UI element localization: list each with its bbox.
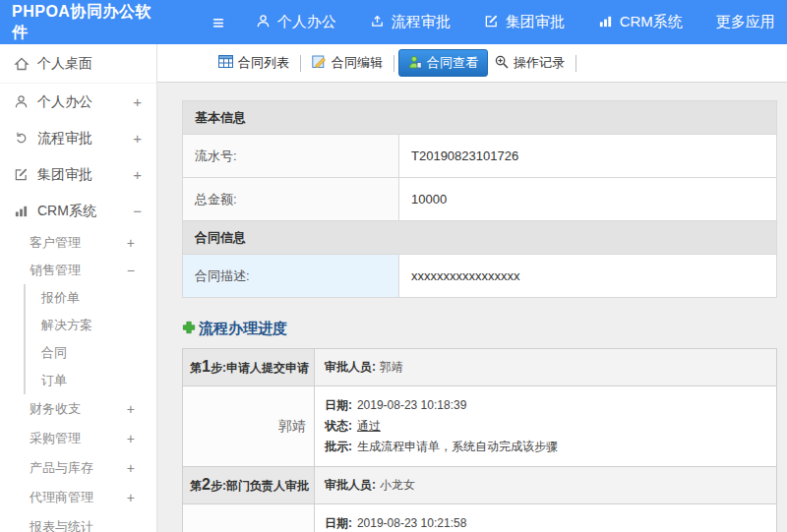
user-icon [256,14,271,31]
step-label: 第2步:部门负责人审批 [183,467,315,504]
step-header-row: 第2步:部门负责人审批 审批人员:小龙女 [183,467,777,504]
date-line: 日期:2019-08-23 10:21:58 [325,515,766,532]
edit-square-icon [14,167,37,182]
approver-cell: 审批人员:小龙女 [314,467,776,504]
handler-name: 小龙女 [183,504,315,532]
content-area: 基本信息 流水号: T20190823101726 总金额: 10000 合同信… [157,83,787,532]
sidebar-item-order[interactable]: 订单 [26,367,156,394]
topnav-crm[interactable]: CRM系统 [598,13,683,31]
person-view-icon [408,55,422,72]
tab-bar: 合同列表 合同编辑 合同查看 操作记录 [157,44,787,83]
field-value-serial-number: T20190823101726 [399,135,777,178]
process-steps-table: 第1步:申请人提交申请 审批人员:郭靖 郭靖 日期:2019-08-23 10:… [182,348,777,532]
remark-line: 批示:生成流程申请单，系统自动完成该步骤 [325,439,766,455]
approver-name: 小龙女 [380,478,415,492]
section-header-basic-info: 基本信息 [183,101,777,135]
topnav-group-approval[interactable]: 集团审批 [484,13,565,31]
sidebar-item-workflow-approval[interactable]: 流程审批 + [0,120,156,156]
contract-info-table: 基本信息 流水号: T20190823101726 总金额: 10000 合同信… [182,100,777,298]
table-row: 合同描述: xxxxxxxxxxxxxxxxx [183,255,777,298]
step-header-row: 第1步:申请人提交申请 审批人员:郭靖 [183,349,777,386]
step-number: 1 [202,358,211,375]
process-progress-heading: 流程办理进度 [182,320,777,338]
table-row: 流水号: T20190823101726 [183,135,777,178]
sidebar-item-finance[interactable]: 财务收支 + [0,394,156,424]
field-label-contract-description: 合同描述: [183,255,399,298]
table-icon [218,55,233,71]
field-label-serial-number: 流水号: [183,135,399,178]
sidebar-item-products-inventory[interactable]: 产品与库存 + [0,453,156,483]
topnav-more-apps[interactable]: 更多应用 [716,13,775,31]
sidebar-item-quotation[interactable]: 报价单 [26,284,156,312]
tab-contract-view[interactable]: 合同查看 [398,49,488,77]
field-value-total-amount: 10000 [399,178,777,221]
tab-contract-edit[interactable]: 合同编辑 [305,50,390,76]
sidebar-item-reports[interactable]: 报表与统计 [0,512,156,532]
step-label: 第1步:申请人提交申请 [183,349,315,386]
edit-square-icon [484,14,499,31]
section-title: 合同信息 [183,221,777,255]
sidebar-item-crm[interactable]: CRM系统 − [0,193,156,229]
expand-toggle[interactable]: + [127,490,135,505]
step-detail-cell: 日期:2019-08-23 10:21:58 状态:通过 批示:通过 [314,504,776,532]
step-detail-row: 郭靖 日期:2019-08-23 10:18:39 状态:通过 批示:生成流程申… [183,386,777,467]
magnifier-plus-icon [495,55,509,72]
workflow-icon [370,14,385,31]
top-bar: PHPOA协同办公软件 ≡ 个人办公 流程审批 集团审批 CRM系统 更多应用 … [0,0,787,44]
tab-contract-list[interactable]: 合同列表 [212,50,296,76]
expand-toggle[interactable]: + [127,431,135,446]
tab-divider [575,55,576,72]
expand-toggle[interactable]: + [133,166,142,183]
date-value: 2019-08-23 10:21:58 [357,516,466,530]
handler-name: 郭靖 [183,386,315,467]
step-detail-cell: 日期:2019-08-23 10:18:39 状态:通过 批示:生成流程申请单，… [314,386,776,467]
step-detail-row: 小龙女 日期:2019-08-23 10:21:58 状态:通过 批示:通过 [183,504,777,532]
expand-toggle[interactable]: + [133,93,142,110]
sidebar-item-sales-mgmt[interactable]: 销售管理 − [0,257,156,284]
approver-cell: 审批人员:郭靖 [314,349,776,386]
status-line: 状态:通过 [325,418,766,435]
sidebar-item-solution[interactable]: 解决方案 [26,312,156,339]
bar-chart-icon [598,14,613,31]
bar-chart-icon [14,204,37,218]
top-nav: 个人办公 流程审批 集团审批 CRM系统 更多应用 ▼ [256,13,787,31]
user-icon [14,94,37,109]
green-plus-icon [182,321,196,337]
sidebar-item-agents[interactable]: 代理商管理 + [0,483,156,512]
status-value-link[interactable]: 通过 [357,419,381,433]
tab-divider [394,55,394,72]
date-value: 2019-08-23 10:18:39 [357,398,466,412]
sidebar: 个人桌面 个人办公 + 流程审批 + 集团审批 + CRM系统 − 客户管理 +… [0,44,157,532]
sidebar-item-customer-mgmt[interactable]: 客户管理 + [0,229,156,257]
section-header-contract-info: 合同信息 [183,221,777,255]
sidebar-item-group-approval[interactable]: 集团审批 + [0,156,156,193]
date-line: 日期:2019-08-23 10:18:39 [325,397,766,414]
approver-name: 郭靖 [380,360,403,374]
workflow-icon [14,131,37,146]
sidebar-item-desktop[interactable]: 个人桌面 [0,44,156,84]
sidebar-item-personal-office[interactable]: 个人办公 + [0,84,156,120]
topnav-workflow-approval[interactable]: 流程审批 [370,13,451,31]
collapse-toggle[interactable]: − [127,263,135,278]
section-title: 基本信息 [183,101,777,135]
remark-value: 生成流程申请单，系统自动完成该步骤 [357,440,558,453]
sidebar-item-contract[interactable]: 合同 [26,339,156,367]
field-label-total-amount: 总金额: [183,178,399,221]
sidebar-item-purchasing[interactable]: 采购管理 + [0,424,156,453]
main-area: 合同列表 合同编辑 合同查看 操作记录 基本信息 流水号: T201908231… [157,44,787,532]
table-row: 总金额: 10000 [183,178,777,221]
expand-toggle[interactable]: + [133,130,142,147]
step-number: 2 [202,476,211,493]
field-value-contract-description: xxxxxxxxxxxxxxxxx [399,255,777,298]
page-section-title: 流程办理进度 [199,320,287,338]
tab-divider [300,55,301,72]
document-edit-icon [312,55,327,72]
expand-toggle[interactable]: + [127,401,135,417]
hamburger-menu-icon[interactable]: ≡ [212,13,224,32]
home-icon [14,56,37,72]
tab-operation-log[interactable]: 操作记录 [488,50,572,76]
collapse-toggle[interactable]: − [133,203,142,219]
topnav-personal-office[interactable]: 个人办公 [256,13,336,31]
expand-toggle[interactable]: + [127,460,135,476]
expand-toggle[interactable]: + [127,235,135,251]
